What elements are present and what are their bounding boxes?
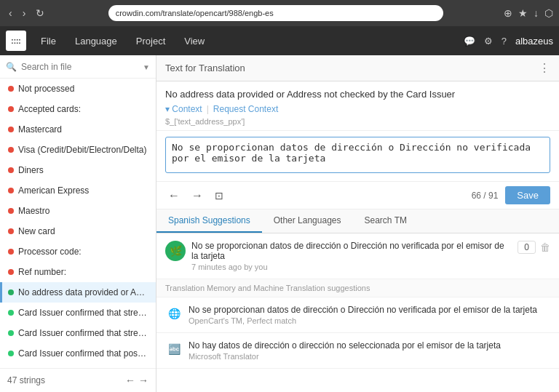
- sidebar-item-label: Card Issuer confirmed that street and...: [18, 308, 148, 318]
- app-header: :::: File Language Project View 💬 ⚙ ? al…: [0, 26, 559, 55]
- suggestion-content: No se proporcionan datos de dirección o …: [191, 241, 512, 271]
- translation-panel-title: Text for Translation: [165, 63, 245, 73]
- source-text: No address data provided or Address not …: [165, 89, 550, 100]
- status-dot: [8, 167, 14, 173]
- sidebar-item[interactable]: New card: [0, 221, 156, 241]
- suggestions-tab[interactable]: Spanish Suggestions: [156, 209, 262, 233]
- avatar: 🌿: [165, 241, 186, 261]
- delete-suggestion-button[interactable]: 🗑: [540, 241, 550, 253]
- filter-icon[interactable]: [143, 61, 150, 72]
- tm-text: No hay datos de dirección o dirección no…: [189, 340, 550, 351]
- sidebar-next-button[interactable]: →: [138, 375, 148, 386]
- sidebar-item-label: Not processed: [18, 84, 148, 94]
- status-dot: [8, 351, 14, 356]
- save-button[interactable]: Save: [505, 186, 550, 204]
- sidebar-item[interactable]: Card Issuer confirmed that postcode ...: [0, 343, 156, 364]
- tm-icon: 🌐: [165, 305, 183, 322]
- status-dot: [8, 269, 14, 275]
- sidebar-prev-button[interactable]: ←: [125, 375, 135, 386]
- browser-actions: ⊕ ★ ↓ ⬡: [504, 7, 553, 19]
- chat-icon[interactable]: 💬: [464, 36, 475, 47]
- string-count: 47 strings: [7, 375, 45, 385]
- sidebar-item-label: Mastercard: [18, 124, 148, 135]
- request-context-link[interactable]: Request Context: [213, 104, 278, 114]
- help-icon[interactable]: ?: [501, 36, 507, 47]
- browser-icon-1: ⊕: [504, 7, 512, 19]
- sidebar-item-label: American Express: [18, 185, 148, 196]
- context-row: ▾ Context | Request Context: [165, 104, 550, 114]
- suggestion-text[interactable]: No se proporcionan datos de dirección o …: [191, 241, 512, 261]
- sidebar-item-label: New card: [18, 226, 148, 236]
- context-separator: |: [207, 104, 209, 114]
- search-icon: [6, 61, 17, 72]
- logo-icon: ::::: [11, 37, 20, 45]
- tm-item[interactable]: 🌐 No se proporcionan datos de dirección …: [156, 297, 559, 333]
- status-dot: [8, 249, 14, 255]
- status-dot: [8, 310, 14, 316]
- suggestions-list: 🌿 No se proporcionan datos de dirección …: [156, 233, 559, 392]
- sidebar-item[interactable]: Visa (Credit/Debit/Electron/Delta): [0, 140, 156, 160]
- sidebar-item[interactable]: American Express: [0, 180, 156, 201]
- tm-source: Microsoft Translator: [189, 352, 550, 361]
- menu-item-view[interactable]: View: [175, 33, 213, 49]
- copy-source-button[interactable]: ⊡: [212, 188, 226, 203]
- sidebar-item[interactable]: Card Issuer confirmed that street ma...: [0, 323, 156, 343]
- sidebar-item[interactable]: Mastercard: [0, 119, 156, 140]
- status-dot: [8, 106, 14, 112]
- browser-icon-2: ★: [518, 7, 528, 19]
- toolbar-nav: ← → ⊡: [165, 188, 226, 204]
- sidebar-item-label: Processor code:: [18, 247, 148, 257]
- settings-icon[interactable]: ⚙: [484, 36, 493, 47]
- sidebar-item[interactable]: Accepted cards:: [0, 99, 156, 119]
- sidebar-item[interactable]: Diners: [0, 160, 156, 180]
- string-key: $_['text_address_ppx']: [165, 117, 550, 126]
- sidebar-item[interactable]: Not processed: [0, 79, 156, 99]
- suggestion-meta: 7 minutes ago by you: [191, 263, 512, 271]
- back-button[interactable]: ‹: [6, 6, 15, 20]
- tm-text: No se proporcionan datos de dirección o …: [189, 305, 550, 315]
- suggestions-tabs: Spanish SuggestionsOther LanguagesSearch…: [156, 209, 559, 233]
- browser-icon-3: ↓: [534, 7, 539, 19]
- context-toggle[interactable]: ▾ Context: [165, 104, 202, 114]
- forward-button[interactable]: ›: [20, 6, 29, 20]
- tm-content: No hay datos de dirección o dirección no…: [189, 340, 550, 361]
- tm-section-label: Translation Memory and Machine Translati…: [156, 279, 559, 297]
- search-input[interactable]: [21, 62, 138, 72]
- page-counter: 66 / 91: [472, 191, 499, 201]
- sidebar-item[interactable]: Ref number:: [0, 262, 156, 282]
- sidebar-item[interactable]: Card Issuer confirmed that street and...: [0, 303, 156, 323]
- suggestion-header: 🌿 No se proporcionan datos de dirección …: [165, 241, 550, 271]
- suggestions-tab[interactable]: Other Languages: [262, 209, 353, 233]
- status-dot: [8, 188, 14, 193]
- sidebar-item-label: Diners: [18, 165, 148, 175]
- status-dot: [8, 147, 14, 153]
- url-bar[interactable]: crowdin.com/translate/opencart/988/engb-…: [108, 5, 443, 21]
- browser-chrome: ‹ › ↻ crowdin.com/translate/opencart/988…: [0, 0, 559, 26]
- suggestion-actions: 0 🗑: [518, 241, 550, 254]
- sidebar-item-label: No address data provided or Address...: [18, 287, 148, 297]
- tm-content: No se proporcionan datos de dirección o …: [189, 305, 550, 325]
- tm-item[interactable]: 🔤 No hay datos de dirección o dirección …: [156, 333, 559, 369]
- sidebar-item-label: Ref number:: [18, 267, 148, 277]
- menu-item-project[interactable]: Project: [127, 33, 174, 49]
- status-dot: [8, 330, 14, 336]
- sidebar-item[interactable]: No address data provided or Address...: [0, 282, 156, 303]
- sidebar-item-label: Visa (Credit/Debit/Electron/Delta): [18, 145, 148, 155]
- reload-button[interactable]: ↻: [33, 6, 47, 20]
- username[interactable]: albazeus: [515, 36, 553, 47]
- prev-string-button[interactable]: ←: [165, 188, 183, 204]
- tm-source: OpenCart's TM, Perfect match: [189, 316, 550, 325]
- sidebar-item[interactable]: Processor code:: [0, 241, 156, 262]
- status-dot: [8, 208, 14, 214]
- translation-textarea[interactable]: No se proporcionan datos de dirección o …: [165, 137, 550, 173]
- more-options-icon[interactable]: ⋮: [539, 61, 550, 75]
- next-string-button[interactable]: →: [189, 188, 206, 204]
- status-dot: [8, 289, 14, 295]
- menu-item-file[interactable]: File: [32, 33, 65, 49]
- sidebar-item[interactable]: Maestro: [0, 201, 156, 221]
- menu-item-language[interactable]: Language: [66, 33, 126, 49]
- browser-icon-4: ⬡: [544, 7, 553, 19]
- suggestions-tab[interactable]: Search TM: [353, 209, 419, 233]
- sidebar-item-label: Card Issuer confirmed that street ma...: [18, 328, 148, 338]
- app-logo: ::::: [6, 31, 26, 51]
